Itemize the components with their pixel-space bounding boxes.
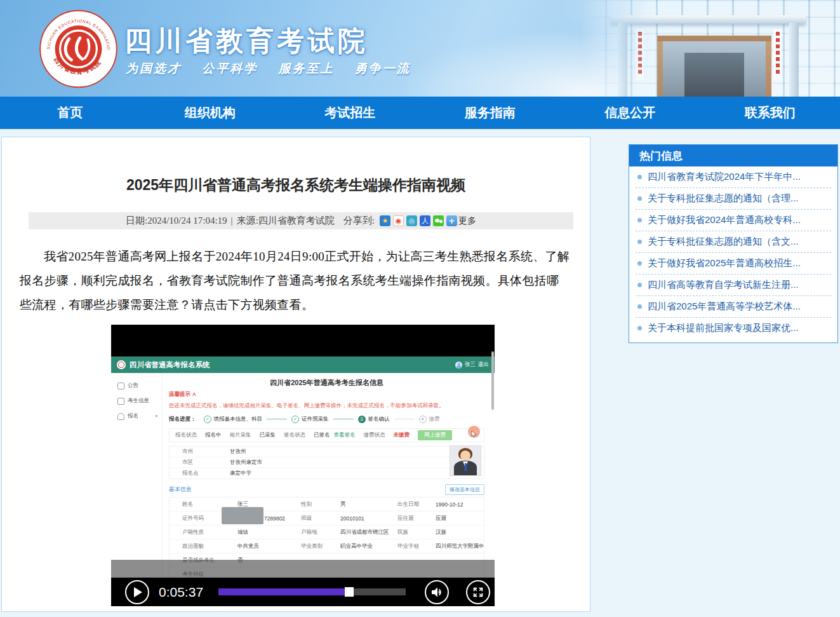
building-canopy — [610, 15, 806, 24]
bullet-icon — [637, 240, 642, 244]
list-item[interactable]: 四川省2025年普通高等学校艺术体... — [636, 296, 831, 318]
basic-info-title: 基本信息 — [169, 485, 192, 494]
step-photo-capture: ✓ 证件照采集 — [291, 416, 329, 423]
article-body: 我省2025年普通高考网上报名于2024年10月24日9:00正式开始，为让高三… — [20, 245, 571, 317]
step-connector — [267, 419, 287, 420]
table-row: 户籍性质 城镇 户籍地 四川省成都市锦江区 民族 汉族 — [170, 525, 484, 539]
bullet-icon — [637, 261, 642, 266]
list-item[interactable]: 关于做好我省2025年普通高校招生... — [636, 253, 831, 275]
more-plus-icon[interactable]: + — [446, 215, 457, 226]
hot-info-panel: 热门信息 四川省教育考试院2024年下半年中... 关于专科批征集志愿的通知（含… — [629, 144, 838, 343]
video-progress-bar[interactable] — [218, 588, 406, 595]
site-title: 四川省教育考试院 — [124, 23, 368, 60]
list-item[interactable]: 关于本科提前批国家专项及国家优... — [636, 318, 831, 339]
bullet-icon — [637, 218, 642, 222]
article-title: 2025年四川省普通高考报名系统考生端操作指南视频 — [2, 175, 590, 195]
tencent-weibo-icon[interactable]: ◎ — [406, 215, 417, 226]
nav-item-exam-enrollment[interactable]: 考试招生 — [280, 97, 420, 129]
article-date: 日期:2024/10/24 17:04:19 — [126, 215, 227, 227]
sys-sidebar: 公告 考生信息 报名 ▾ — [111, 373, 163, 578]
main-nav: 首页 组织机构 考试招生 服务指南 信息公开 联系我们 — [0, 97, 840, 129]
list-item[interactable]: 关于专科批征集志愿的通知（含文... — [636, 231, 831, 253]
bullet-icon — [637, 304, 642, 309]
video-frame-registration-system: 四川省普通高考报名系统 张三 退出 公告 考生信息 — [111, 356, 495, 578]
sys-page-title: 四川省2025年普通高考考生报名信息 — [169, 378, 484, 386]
video-timestamp: 0:05:37 — [159, 585, 203, 600]
id-photo — [450, 445, 481, 476]
progress-label: 报名进度： — [169, 416, 196, 423]
step-payment: 4 缴费 — [419, 416, 440, 423]
sys-tip-label: 温馨提示 ∧ — [169, 391, 484, 398]
article-source: 来源:四川省教育考试院 — [237, 215, 335, 227]
table-row: 姓名 张三 性别 男 出生日期 1990-10-12 — [170, 498, 484, 512]
list-item[interactable]: 关于专科批征集志愿的通知（含理... — [636, 188, 831, 210]
step-connector — [333, 419, 354, 420]
building-pillar — [789, 23, 799, 97]
table-row: 政治面貌 中共党员 毕业类别 职业高中毕业 毕业学校 四川师范大学附属中学 — [170, 539, 484, 553]
video-player[interactable]: 四川省普通高考报名系统 张三 退出 公告 考生信息 — [111, 325, 495, 606]
step-number: 3 — [358, 416, 366, 423]
sys-menu-candidate-info: 考生信息 — [111, 393, 162, 409]
step-basic-info: ✓ 填报基本信息、科目 — [204, 416, 263, 423]
sys-menu-label: 公告 — [128, 382, 138, 390]
sys-location-table: 市州 甘孜州 市区 甘孜州康定市 报名点 康定中学 — [169, 446, 484, 479]
check-icon: ✓ — [291, 416, 299, 423]
sys-user-area: 张三 退出 — [455, 361, 489, 369]
progress-fill — [218, 588, 345, 595]
sys-logout-label: 退出 — [478, 361, 489, 369]
video-dim-overlay — [111, 560, 495, 578]
person-icon — [117, 413, 124, 420]
building-pillar — [618, 23, 627, 97]
article-meta-bar: 日期:2024/10/24 17:04:19 | 来源:四川省教育考试院 分享到… — [29, 212, 573, 229]
meta-separator: | — [231, 215, 233, 226]
table-row: 市区 甘孜州康定市 — [170, 458, 484, 468]
nav-item-contact[interactable]: 联系我们 — [700, 97, 840, 129]
sys-menu-announcements: 公告 — [111, 378, 162, 393]
sys-warning-text: 您还未完成正式报名，请继续完成相片采集、电子签名、网上缴费等操作；未完成正式报名… — [169, 402, 484, 409]
mouse-cursor-highlight — [468, 426, 480, 438]
sys-logo-icon — [117, 360, 126, 369]
online-pay-button: 网上缴费 — [418, 430, 452, 440]
page: SICHUAN EDUCATIONAL EXAMINATION AUTHORIT… — [0, 0, 840, 617]
check-icon: ✓ — [204, 416, 211, 423]
bullet-icon — [637, 175, 642, 179]
list-item[interactable]: 关于做好我省2024年普通高校专科... — [636, 210, 831, 231]
bullet-icon — [637, 283, 642, 287]
sys-menu-label: 报名 — [128, 412, 138, 420]
play-button[interactable] — [125, 580, 149, 604]
sys-menu-registration: 报名 ▾ — [111, 409, 162, 424]
sys-title: 四川省普通高考报名系统 — [130, 360, 210, 370]
org-seal-logo[interactable]: SICHUAN EDUCATIONAL EXAMINATION AUTHORIT… — [39, 10, 117, 88]
nav-item-organization[interactable]: 组织机构 — [140, 97, 281, 129]
view-signature-link: 查看签名 — [334, 431, 356, 439]
site-banner: SICHUAN EDUCATIONAL EXAMINATION AUTHORIT… — [0, 0, 840, 97]
building-sign — [636, 29, 644, 80]
table-row: 报名点 康定中学 — [170, 468, 484, 478]
article-panel: 2025年四川省普通高考报名系统考生端操作指南视频 日期:2024/10/24 … — [1, 137, 590, 612]
sys-main-area: 四川省2025年普通高考考生报名信息 温馨提示 ∧ 您还未完成正式报名，请继续完… — [163, 373, 491, 578]
building-photo — [580, 0, 840, 97]
sys-progress-steps: 报名进度： ✓ 填报基本信息、科目 ✓ 证件照采集 3 — [169, 415, 484, 423]
nav-item-home[interactable]: 首页 — [0, 97, 140, 129]
candidate-info-icon — [117, 398, 124, 405]
bullet-icon — [637, 196, 642, 201]
list-item[interactable]: 四川省教育考试院2024年下半年中... — [636, 166, 831, 188]
hot-info-title: 热门信息 — [629, 145, 837, 166]
nav-item-info-disclosure[interactable]: 信息公开 — [560, 97, 700, 129]
fullscreen-button[interactable] — [466, 580, 490, 604]
sys-user-name: 张三 — [465, 361, 476, 369]
wechat-icon[interactable] — [433, 215, 444, 226]
share-more-link[interactable]: 更多 — [458, 215, 476, 227]
qzone-icon[interactable]: ★ — [380, 215, 390, 226]
building-sign — [773, 29, 782, 80]
sina-weibo-icon[interactable]: ◉ — [393, 215, 404, 226]
nav-item-service-guide[interactable]: 服务指南 — [420, 97, 561, 129]
renren-icon[interactable]: 人 — [420, 215, 430, 226]
video-control-bar: 0:05:37 — [111, 578, 495, 606]
step-number: 4 — [419, 416, 427, 423]
user-avatar-icon — [455, 362, 462, 369]
progress-handle[interactable] — [345, 587, 354, 597]
list-item[interactable]: 四川省高等教育自学考试新生注册... — [636, 275, 831, 296]
volume-button[interactable] — [425, 580, 449, 604]
video-letterbox-top — [111, 325, 495, 356]
